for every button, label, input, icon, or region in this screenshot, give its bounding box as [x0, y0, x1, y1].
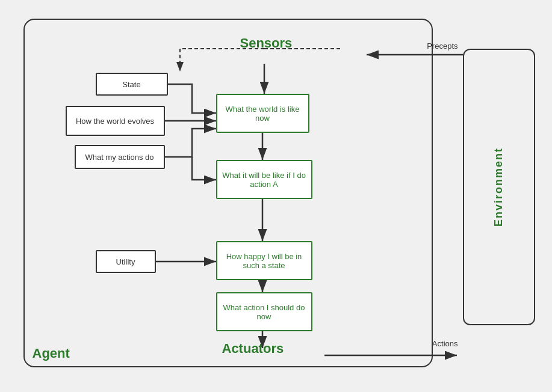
diagram-wrapper: Environment Sensors Actuators Agent Prec…	[17, 13, 535, 379]
what-actions-node: What my actions do	[75, 145, 165, 169]
environment-box: Environment	[463, 49, 535, 325]
environment-label: Environment	[492, 147, 505, 227]
precepts-label: Precepts	[427, 41, 457, 51]
sensors-label: Sensors	[240, 35, 293, 51]
state-node: State	[96, 73, 168, 96]
how-happy-node: How happy I will be in such a state	[216, 241, 312, 280]
how-world-evolves-node: How the world evolves	[66, 106, 165, 136]
will-be-node: What it will be like if I do action A	[216, 160, 312, 199]
actions-label: Actions	[432, 339, 458, 348]
agent-label: Agent	[33, 346, 70, 361]
actuators-label: Actuators	[222, 341, 284, 357]
what-action-node: What action I should do now	[216, 292, 312, 331]
utility-node: Utility	[96, 250, 156, 273]
world-now-node: What the world is like now	[216, 94, 309, 133]
